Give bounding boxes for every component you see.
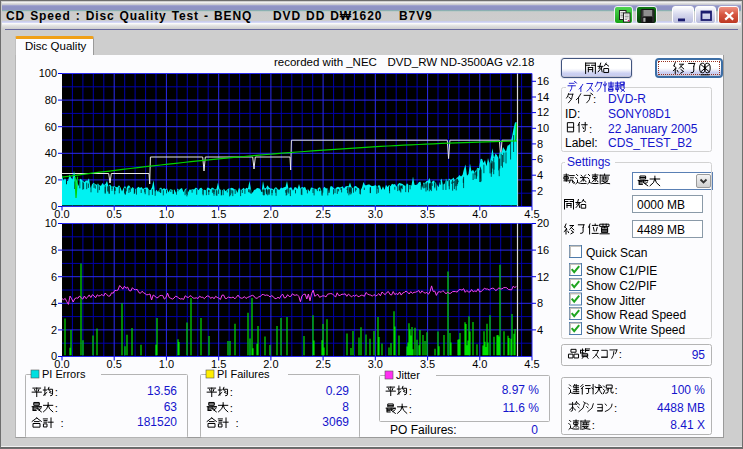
- svg-text:Label:: Label:: [565, 136, 598, 150]
- svg-text:12: 12: [537, 271, 549, 283]
- svg-text:PO Failures:: PO Failures:: [390, 423, 457, 437]
- svg-text:3069: 3069: [322, 415, 349, 429]
- svg-text:10: 10: [45, 217, 57, 229]
- svg-text:6: 6: [51, 271, 57, 283]
- svg-text:3.0: 3.0: [368, 358, 383, 370]
- svg-text:8.97 %: 8.97 %: [502, 383, 540, 397]
- svg-text:8.41 X: 8.41 X: [670, 418, 705, 432]
- svg-text::: :: [614, 402, 617, 414]
- svg-text::: :: [593, 93, 596, 105]
- svg-text::: :: [409, 385, 412, 397]
- svg-text:11.6 %: 11.6 %: [503, 401, 540, 415]
- svg-text:181520: 181520: [137, 415, 177, 429]
- svg-text:95: 95: [692, 348, 706, 362]
- svg-text:8: 8: [537, 138, 543, 150]
- svg-text:DVD-R: DVD-R: [608, 92, 646, 106]
- svg-text:8: 8: [51, 244, 57, 256]
- svg-text:4.0: 4.0: [472, 208, 487, 220]
- svg-text:2: 2: [51, 324, 57, 336]
- svg-text:12: 12: [537, 106, 549, 118]
- svg-text:13.56: 13.56: [147, 384, 177, 398]
- svg-text::: :: [230, 402, 233, 414]
- svg-text:22 January 2005: 22 January 2005: [608, 122, 698, 136]
- svg-text:0: 0: [531, 423, 538, 437]
- svg-text::: :: [615, 384, 618, 396]
- svg-text:4.5: 4.5: [524, 358, 539, 370]
- svg-text:4: 4: [51, 297, 57, 309]
- svg-text:16: 16: [537, 244, 549, 256]
- svg-text:1.0: 1.0: [159, 358, 174, 370]
- svg-text:40: 40: [45, 147, 57, 159]
- svg-text::: :: [55, 402, 58, 414]
- svg-text:CDS_TEST_B2: CDS_TEST_B2: [608, 136, 692, 150]
- svg-text:PI Failures: PI Failures: [217, 368, 270, 380]
- svg-text:ID:: ID:: [565, 107, 580, 121]
- svg-text:recorded with _NEC: recorded with _NEC: [274, 56, 377, 68]
- svg-text:Jitter: Jitter: [396, 369, 420, 381]
- svg-text:16: 16: [537, 75, 549, 87]
- svg-text:0.5: 0.5: [107, 358, 122, 370]
- svg-text:60: 60: [45, 121, 57, 133]
- svg-text::: :: [236, 417, 239, 429]
- svg-text:3.5: 3.5: [420, 208, 435, 220]
- svg-text:2.5: 2.5: [315, 358, 330, 370]
- svg-text:100 %: 100 %: [671, 383, 705, 397]
- svg-text:DVD_RW ND-3500AG v2.18: DVD_RW ND-3500AG v2.18: [388, 56, 535, 68]
- svg-text:Settings: Settings: [567, 155, 610, 169]
- svg-text:4: 4: [537, 169, 543, 181]
- svg-text:63: 63: [164, 400, 178, 414]
- svg-text:PI Errors: PI Errors: [42, 368, 86, 380]
- svg-text:2.5: 2.5: [315, 208, 330, 220]
- svg-text:80: 80: [45, 94, 57, 106]
- svg-text:1.5: 1.5: [211, 208, 226, 220]
- svg-text:4.0: 4.0: [472, 358, 487, 370]
- svg-text:2: 2: [537, 185, 543, 197]
- svg-text:8: 8: [342, 400, 349, 414]
- svg-text::: :: [592, 419, 595, 431]
- svg-text:0.29: 0.29: [326, 384, 350, 398]
- svg-text:100: 100: [39, 67, 57, 79]
- svg-text::: :: [619, 348, 622, 360]
- svg-text:3.5: 3.5: [420, 358, 435, 370]
- svg-text:3.0: 3.0: [368, 208, 383, 220]
- svg-text::: :: [230, 386, 233, 398]
- svg-text:8: 8: [537, 297, 543, 309]
- svg-text:20: 20: [537, 217, 549, 229]
- svg-text:0.5: 0.5: [107, 208, 122, 220]
- svg-text:SONY08D1: SONY08D1: [608, 107, 671, 121]
- svg-text::: :: [409, 403, 412, 415]
- svg-text:6: 6: [537, 153, 543, 165]
- svg-text:10: 10: [537, 122, 549, 134]
- svg-text:4488 MB: 4488 MB: [657, 401, 705, 415]
- svg-text::: :: [589, 123, 592, 135]
- svg-text:20: 20: [45, 174, 57, 186]
- svg-text:4: 4: [537, 324, 543, 336]
- svg-text::: :: [61, 417, 64, 429]
- svg-text:2.0: 2.0: [263, 208, 278, 220]
- svg-text:1.0: 1.0: [159, 208, 174, 220]
- svg-text::: :: [55, 386, 58, 398]
- svg-text:14: 14: [537, 91, 549, 103]
